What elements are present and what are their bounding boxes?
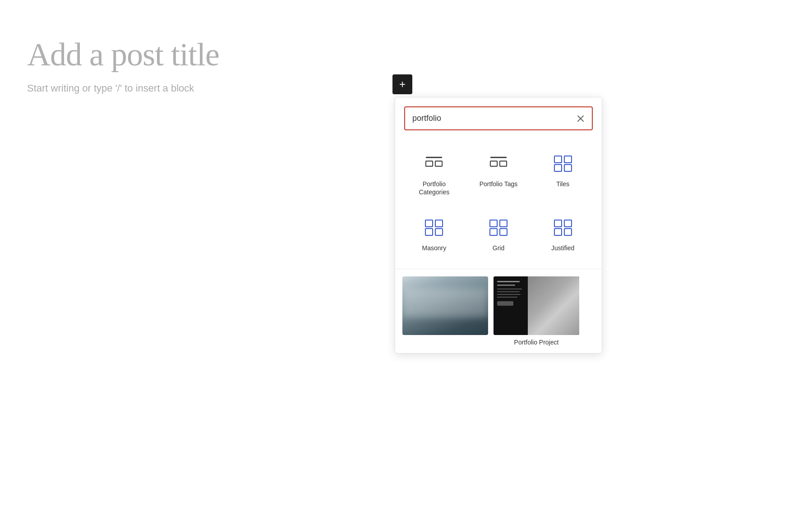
search-clear-button[interactable] <box>575 113 586 124</box>
block-label-portfolio-categories: Portfolio Categories <box>409 180 460 196</box>
svg-rect-13 <box>435 220 443 227</box>
svg-rect-12 <box>425 220 433 227</box>
block-label-tiles: Tiles <box>556 180 569 188</box>
svg-rect-8 <box>554 156 562 163</box>
svg-rect-7 <box>500 161 507 166</box>
block-item-justified[interactable]: Justified <box>533 208 593 259</box>
masonry-icon <box>423 217 445 239</box>
results-section: Portfolio Project <box>395 269 602 353</box>
svg-rect-21 <box>564 220 572 227</box>
result-card-portfolio-project[interactable]: Portfolio Project <box>494 276 579 346</box>
block-label-grid: Grid <box>493 244 504 252</box>
svg-rect-23 <box>564 229 572 235</box>
blocks-grid-section: Portfolio Categories Portfolio Tags <box>395 135 602 269</box>
block-item-portfolio-tags[interactable]: Portfolio Tags <box>469 144 529 203</box>
svg-rect-22 <box>554 229 562 235</box>
svg-rect-4 <box>435 161 442 166</box>
close-icon <box>577 115 585 123</box>
svg-rect-11 <box>564 165 572 171</box>
justified-icon <box>552 217 574 239</box>
result-card-landscape[interactable] <box>402 276 488 346</box>
svg-rect-3 <box>426 161 433 166</box>
grid-icon <box>488 217 509 239</box>
block-item-portfolio-categories[interactable]: Portfolio Categories <box>404 144 464 203</box>
svg-rect-15 <box>435 229 443 235</box>
block-label-portfolio-tags: Portfolio Tags <box>480 180 518 188</box>
post-title-placeholder[interactable]: Add a post title <box>27 36 785 73</box>
block-label-justified: Justified <box>551 244 574 252</box>
svg-rect-6 <box>490 161 497 166</box>
result-card-label-portfolio-project: Portfolio Project <box>514 339 559 346</box>
portfolio-tags-icon <box>488 153 509 174</box>
svg-rect-14 <box>425 229 433 235</box>
result-thumbnail-landscape <box>402 276 488 335</box>
editor-area: Add a post title Start writing or type '… <box>0 0 812 130</box>
add-block-button[interactable]: + <box>392 74 412 94</box>
block-item-grid[interactable]: Grid <box>469 208 529 259</box>
block-inserter-panel: Portfolio Categories Portfolio Tags <box>395 97 602 354</box>
svg-rect-19 <box>500 229 507 235</box>
svg-rect-2 <box>426 157 442 158</box>
svg-rect-16 <box>490 220 497 227</box>
search-section <box>395 97 602 135</box>
svg-rect-20 <box>554 220 562 227</box>
page-wrapper: Add a post title Start writing or type '… <box>0 0 812 505</box>
portfolio-categories-icon <box>423 153 445 174</box>
svg-rect-9 <box>564 156 572 163</box>
search-input-wrapper <box>404 106 593 130</box>
svg-rect-17 <box>500 220 507 227</box>
block-item-tiles[interactable]: Tiles <box>533 144 593 203</box>
svg-rect-10 <box>554 165 562 171</box>
svg-rect-5 <box>490 157 507 158</box>
block-label-masonry: Masonry <box>422 244 446 252</box>
svg-rect-18 <box>490 229 497 235</box>
block-search-input[interactable] <box>405 107 592 129</box>
tiles-icon <box>552 153 574 174</box>
blocks-grid: Portfolio Categories Portfolio Tags <box>404 144 593 260</box>
block-item-masonry[interactable]: Masonry <box>404 208 464 259</box>
result-thumbnail-portfolio-project <box>494 276 579 335</box>
